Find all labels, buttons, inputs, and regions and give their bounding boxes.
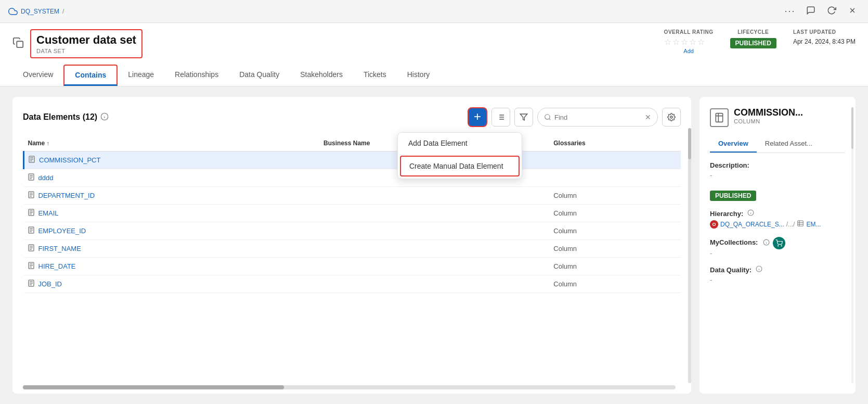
- vertical-scrollbar[interactable]: [688, 128, 691, 383]
- row-link-commission-pct[interactable]: COMMISSION_PCT: [29, 156, 315, 165]
- right-panel-scrollbar-thumb[interactable]: [851, 107, 853, 149]
- more-button[interactable]: ···: [783, 4, 797, 19]
- hierarchy-row: O DQ_QA_ORACLE_S... /.../ EM...: [710, 220, 845, 229]
- add-data-element-option[interactable]: Add Data Element: [398, 133, 522, 154]
- table-row[interactable]: COMMISSION_PCT: [24, 152, 681, 169]
- star-2[interactable]: ☆: [672, 37, 680, 47]
- row-icon: [29, 156, 35, 165]
- add-button[interactable]: +: [468, 107, 487, 127]
- table-row[interactable]: EMPLOYEE_ID Column: [24, 222, 681, 240]
- create-manual-data-element-option[interactable]: Create Manual Data Element: [400, 156, 520, 176]
- star-3[interactable]: ☆: [681, 37, 688, 47]
- row-icon: [28, 262, 34, 271]
- table-row[interactable]: dddd: [24, 169, 681, 187]
- star-4[interactable]: ☆: [689, 37, 696, 47]
- svg-rect-2: [17, 41, 23, 47]
- tab-tickets[interactable]: Tickets: [353, 65, 397, 86]
- rating-section: OVERALL RATING ☆ ☆ ☆ ☆ ☆ Add: [664, 29, 714, 54]
- asset-title-box: Customer data set DATA SET: [30, 29, 142, 58]
- row-link-email[interactable]: EMAIL: [28, 209, 316, 218]
- row-icon: [28, 209, 34, 218]
- filter-button[interactable]: [514, 108, 533, 127]
- star-5[interactable]: ☆: [697, 37, 705, 47]
- row-link-job-id[interactable]: JOB_ID: [28, 280, 316, 288]
- mycollections-value: -: [710, 249, 845, 257]
- star-rating[interactable]: ☆ ☆ ☆ ☆ ☆: [664, 37, 714, 47]
- hierarchy-table-link[interactable]: EM...: [806, 221, 821, 228]
- tab-stakeholders[interactable]: Stakeholders: [290, 65, 353, 86]
- row-link-dddd[interactable]: dddd: [28, 173, 316, 182]
- mycollections-info-icon[interactable]: [763, 239, 770, 247]
- oracle-icon: O: [710, 220, 718, 229]
- row-icon: [28, 173, 34, 182]
- col-glossaries-header[interactable]: Glossaries: [549, 135, 681, 152]
- sort-button[interactable]: [491, 108, 510, 127]
- last-updated-value: Apr 24, 2024, 8:43 PM: [793, 38, 856, 45]
- tab-overview[interactable]: Overview: [12, 65, 63, 86]
- mycollections-cart-button[interactable]: [773, 237, 785, 249]
- row-link-department-id[interactable]: DEPARTMENT_ID: [28, 191, 316, 200]
- lifecycle-label: LIFECYCLE: [730, 29, 776, 35]
- horizontal-scrollbar[interactable]: [23, 385, 676, 389]
- refresh-button[interactable]: [824, 4, 839, 19]
- svg-point-13: [545, 115, 550, 119]
- vertical-scrollbar-thumb[interactable]: [688, 128, 691, 159]
- row-icon: [28, 280, 34, 288]
- col-name-header[interactable]: Name ↑: [24, 135, 320, 152]
- right-panel-scrollbar[interactable]: [851, 107, 853, 383]
- tab-history[interactable]: History: [397, 65, 441, 86]
- hierarchy-oracle-link[interactable]: DQ_QA_ORACLE_S...: [720, 221, 784, 228]
- hierarchy-label: Hierarchy:: [710, 209, 845, 218]
- sort-icon: [497, 113, 505, 121]
- row-icon: [28, 244, 34, 253]
- column-asset-icon: [710, 108, 729, 127]
- search-input[interactable]: [554, 113, 642, 121]
- horizontal-scrollbar-thumb[interactable]: [23, 385, 284, 389]
- svg-rect-54: [798, 221, 804, 226]
- hierarchy-section: Hierarchy: O DQ_QA_ORACLE_S... /.../: [710, 209, 845, 229]
- table-row[interactable]: HIRE_DATE Column: [24, 258, 681, 275]
- row-icon: [28, 191, 34, 200]
- close-button[interactable]: [845, 4, 860, 19]
- refresh-icon: [827, 6, 836, 17]
- comment-button[interactable]: [804, 4, 818, 19]
- data-quality-section: Data Quality: -: [710, 266, 845, 284]
- hierarchy-separator: /.../: [786, 221, 795, 228]
- cloud-icon: [8, 7, 18, 16]
- table-row[interactable]: DEPARTMENT_ID Column: [24, 187, 681, 205]
- description-label: Description:: [710, 161, 845, 169]
- hierarchy-info-icon[interactable]: [747, 210, 754, 218]
- svg-line-14: [549, 119, 551, 120]
- row-link-employee-id[interactable]: EMPLOYEE_ID: [28, 226, 316, 235]
- breadcrumb-separator: /: [62, 8, 64, 15]
- filter-icon: [520, 113, 528, 121]
- data-elements-table: Name ↑ Business Name Glossaries: [23, 135, 681, 293]
- table-row[interactable]: FIRST_NAME Column: [24, 240, 681, 258]
- search-clear-button[interactable]: ✕: [645, 113, 651, 121]
- row-link-first-name[interactable]: FIRST_NAME: [28, 244, 316, 253]
- tab-data-quality[interactable]: Data Quality: [229, 65, 290, 86]
- star-1[interactable]: ☆: [664, 37, 671, 47]
- add-dropdown-menu: Add Data Element Create Manual Data Elem…: [397, 132, 522, 179]
- info-icon[interactable]: [100, 112, 109, 122]
- tab-contains[interactable]: Contains: [63, 65, 118, 86]
- svg-point-62: [782, 246, 782, 246]
- copy-icon[interactable]: [12, 37, 24, 51]
- tab-lineage[interactable]: Lineage: [118, 65, 164, 86]
- table-row[interactable]: EMAIL Column: [24, 205, 681, 222]
- settings-button[interactable]: [662, 108, 681, 127]
- asset-title: Customer data set: [36, 33, 136, 47]
- right-tab-overview[interactable]: Overview: [710, 135, 757, 153]
- rating-add-link[interactable]: Add: [664, 48, 714, 54]
- right-panel-tabs: Overview Related Asset...: [710, 135, 845, 153]
- data-quality-info-icon[interactable]: [756, 266, 762, 274]
- right-panel-subtitle: COLUMN: [734, 118, 803, 124]
- row-link-hire-date[interactable]: HIRE_DATE: [28, 262, 316, 271]
- tab-relationships[interactable]: Relationships: [164, 65, 229, 86]
- lifecycle-detail-section: PUBLISHED: [710, 187, 845, 201]
- overall-rating-label: OVERALL RATING: [664, 29, 714, 35]
- last-updated-label: LAST UPDATED: [793, 29, 856, 35]
- breadcrumb-text[interactable]: DQ_SYSTEM: [21, 8, 59, 15]
- right-tab-related-asset[interactable]: Related Asset...: [757, 135, 821, 153]
- table-row[interactable]: JOB_ID Column: [24, 275, 681, 293]
